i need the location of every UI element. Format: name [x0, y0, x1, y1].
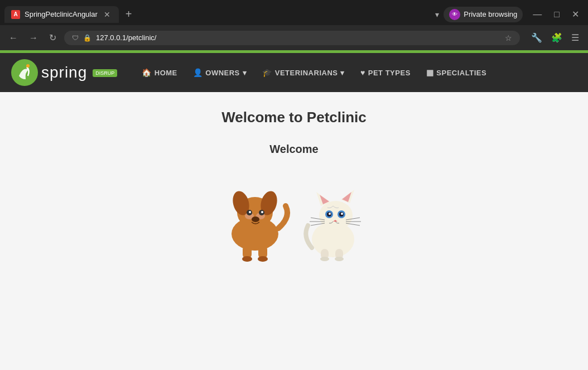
tab-bar: A SpringPetclinicAngular ✕ + ▾ 👁 Private… — [0, 0, 588, 25]
site-nav: spring DISRUP 🏠 HOME 👤 OWNERS ▾ 🎓 VETERI… — [0, 53, 588, 92]
nav-label-specialties: SPECIALTIES — [436, 69, 486, 77]
site-logo: spring DISRUP — [11, 59, 117, 86]
address-bar[interactable]: 🛡 🔒 127.0.0.1/petclinic/ ☆ — [64, 31, 520, 45]
private-browsing-icon: 👁 — [449, 9, 460, 20]
maximize-button[interactable]: □ — [550, 8, 564, 21]
svg-point-18 — [319, 201, 353, 230]
back-button[interactable]: ← — [6, 31, 21, 45]
nav-item-veterinarians[interactable]: 🎓 VETERINARIANS ▾ — [254, 64, 353, 81]
new-tab-button[interactable]: + — [121, 8, 137, 21]
nav-label-veterinarians: VETERINARIANS — [275, 69, 338, 77]
tab-title: SpringPetclinicAngular — [25, 10, 98, 18]
toolbar-icons: 🔧 🧩 ☰ — [528, 30, 582, 45]
close-window-button[interactable]: ✕ — [567, 8, 584, 21]
svg-point-38 — [320, 257, 329, 261]
svg-point-1 — [26, 64, 30, 68]
pet-types-icon: ♥ — [360, 68, 365, 77]
svg-point-27 — [329, 213, 331, 215]
shield-icon: 🛡 — [72, 34, 79, 42]
bookmark-icon[interactable]: ☆ — [505, 33, 512, 42]
nav-item-home[interactable]: 🏠 HOME — [134, 64, 185, 81]
cat-svg — [300, 175, 367, 262]
svg-point-12 — [252, 217, 259, 222]
logo-text: spring — [41, 64, 87, 81]
forward-button[interactable]: → — [26, 31, 41, 45]
browser-chrome: A SpringPetclinicAngular ✕ + ▾ 👁 Private… — [0, 0, 588, 50]
nav-label-pet-types: PET TYPES — [368, 69, 411, 77]
window-controls: — □ ✕ — [528, 8, 584, 21]
welcome-subtitle: Welcome — [269, 143, 318, 156]
refresh-button[interactable]: ↻ — [46, 30, 60, 45]
private-browsing-indicator: 👁 Private browsing — [444, 7, 523, 22]
nav-item-owners[interactable]: 👤 OWNERS ▾ — [185, 64, 255, 81]
svg-point-10 — [249, 211, 251, 213]
active-tab[interactable]: A SpringPetclinicAngular ✕ — [4, 6, 119, 23]
private-browsing-label: Private browsing — [464, 10, 517, 18]
svg-point-15 — [242, 256, 252, 262]
svg-point-39 — [335, 257, 344, 261]
veterinarians-icon: 🎓 — [262, 68, 272, 77]
welcome-title: Welcome to Petclinic — [221, 109, 367, 126]
lock-icon: 🔒 — [83, 34, 91, 42]
pet-image — [221, 167, 367, 262]
nav-label-home: HOME — [155, 69, 177, 77]
address-bar-row: ← → ↻ 🛡 🔒 127.0.0.1/petclinic/ ☆ 🔧 🧩 ☰ — [0, 25, 588, 50]
svg-point-16 — [258, 256, 268, 262]
nav-links: 🏠 HOME 👤 OWNERS ▾ 🎓 VETERINARIANS ▾ ♥ PE… — [134, 64, 577, 81]
owners-dropdown-icon: ▾ — [243, 69, 247, 77]
extensions-icon[interactable]: 🧩 — [548, 30, 566, 45]
spring-logo-svg — [11, 59, 38, 86]
welcome-card: Welcome — [221, 143, 367, 262]
tab-dropdown-button[interactable]: ▾ — [431, 8, 444, 21]
nav-item-specialties[interactable]: ▦ SPECIALTIES — [418, 64, 494, 81]
address-text: 127.0.0.1/petclinic/ — [96, 33, 500, 42]
nav-item-pet-types[interactable]: ♥ PET TYPES — [353, 64, 418, 81]
owners-icon: 👤 — [193, 68, 203, 77]
tab-favicon: A — [11, 10, 20, 19]
veterinarians-dropdown-icon: ▾ — [340, 69, 345, 77]
tab-close-button[interactable]: ✕ — [102, 9, 112, 20]
dog-svg — [221, 172, 294, 262]
tools-icon[interactable]: 🔧 — [528, 30, 546, 45]
minimize-button[interactable]: — — [528, 8, 546, 21]
main-content: Welcome to Petclinic Welcome — [0, 92, 588, 360]
logo-badge: DISRUP — [93, 69, 117, 77]
svg-point-28 — [341, 213, 343, 215]
spring-logo-circle — [11, 59, 38, 86]
specialties-icon: ▦ — [426, 68, 434, 77]
menu-icon[interactable]: ☰ — [568, 30, 582, 45]
svg-point-11 — [261, 211, 263, 213]
nav-label-owners: OWNERS — [205, 69, 240, 77]
home-icon: 🏠 — [142, 68, 152, 77]
footer-logos: spring by Pivotal. — [0, 360, 588, 370]
